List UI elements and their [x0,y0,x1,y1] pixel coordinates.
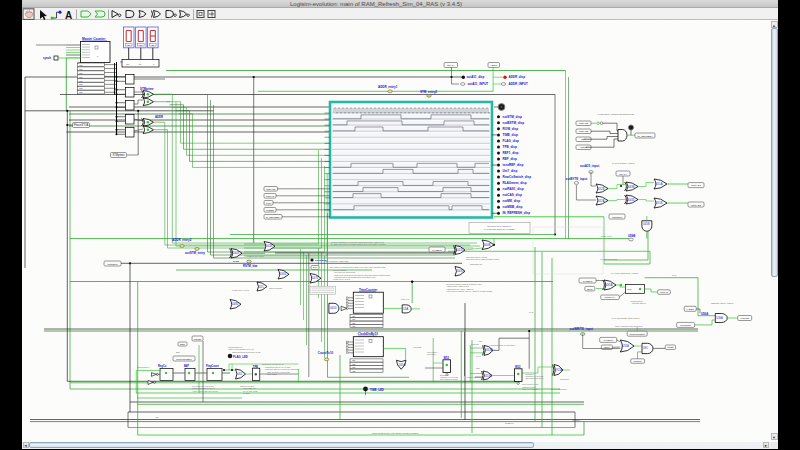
svg-text:outRSTM: outRSTM [107,263,117,266]
svg-text:D450: D450 [280,272,287,276]
svg-text:notSTM_disp: notSTM_disp [503,115,523,119]
svg-text:outA14: outA14 [619,173,627,176]
svg-text:notME_disp: notME_disp [503,199,521,203]
svg-text:outRAS2: outRAS2 [691,204,701,207]
svg-text:outRMP: outRMP [633,360,642,362]
svg-text:IN_REFRESH_disp: IN_REFRESH_disp [503,211,531,215]
svg-text:ADDR_entry2: ADDR_entry2 [172,238,192,242]
svg-text:U51A: U51A [622,344,629,348]
svg-text:PhaseV1A: PhaseV1A [605,296,616,298]
svg-text:Which happens prior before TIM: Which happens prior before TIME [232,351,261,353]
svg-text:U43D: U43D [628,198,635,202]
svg-text:RSTM holds off RCV until rando: RSTM holds off RCV until random access i… [372,432,418,434]
svg-text:U52: U52 [238,372,243,376]
svg-text:FLAG_LED: FLAG_LED [233,355,248,359]
svg-text:Cntr: Cntr [627,288,632,291]
svg-text:CAS: CAS [672,274,677,276]
svg-text:until RSTM: until RSTM [427,353,436,355]
svg-text:U41Bout: U41Bout [432,249,442,252]
svg-text:U43C: U43C [457,248,464,252]
svg-text:outBYTE_input: outBYTE_input [566,177,588,181]
svg-text:STMprime: STMprime [113,153,126,157]
svg-text:U51A: U51A [656,182,663,186]
svg-text:PhaseSTOA: PhaseSTOA [74,123,89,127]
svg-text:ADDR_INPUT: ADDR_INPUT [509,82,529,86]
svg-text:U41Bout: U41Bout [583,280,593,283]
svg-text:outA15_input: outA15_input [580,164,599,168]
svg-text:Flag Reset (to 1) caused by: Flag Reset (to 1) caused by [487,225,512,227]
svg-text:U45A: U45A [606,283,613,287]
svg-text:LK7 Out of Refresh: LK7 Out of Refresh [600,258,617,260]
svg-text:High to Low transition of FLAG: High to Low transition of FLAG [228,348,254,350]
svg-text:U45B: U45B [643,222,650,226]
svg-text:TIME_disp: TIME_disp [503,133,519,137]
svg-text:CAS and NOT going up or outSEB: CAS and NOT going up or outSEB [484,228,515,230]
svg-text:Time or 0: Time or 0 [401,298,410,300]
svg-text:REF1_disp: REF1_disp [503,151,519,155]
svg-text:U53B: U53B [485,374,492,378]
svg-text:dsp: dsp [151,44,154,46]
svg-text:D51: D51 [259,285,264,289]
svg-text:RST (Clears by ADDR high): RST (Clears by ADDR high) [325,260,349,262]
svg-text:RST to low/ring: RST to low/ring [269,287,282,289]
svg-text:U51B: U51B [656,201,663,205]
svg-text:B3M: B3M [176,351,180,353]
svg-text:B3M: B3M [180,343,185,345]
svg-text:ADDR: ADDR [155,115,163,119]
svg-text:STM_entry2: STM_entry2 [420,90,437,94]
svg-text:outSETW: outSETW [505,422,514,424]
svg-text:COUNTING to: COUNTING to [137,366,149,368]
svg-text:RLAGmem_disp: RLAGmem_disp [503,181,527,185]
svg-text:U56A: U56A [716,316,723,320]
svg-text:RAM R/W BUSY LOGIC: RAM R/W BUSY LOGIC [612,162,635,164]
svg-text:dsp: dsp [139,44,142,46]
svg-text:U53A: U53A [486,348,493,352]
svg-text:synch: synch [43,56,51,60]
svg-text:TIME and notRAS (not ROW: TIME and notRAS (not ROW [490,344,516,346]
svg-text:hedged delay: hedged delay [631,300,643,302]
svg-text:after waiting for RSTM: after waiting for RSTM [526,377,544,379]
svg-text:in COL at FLAG low: in COL at FLAG low [333,278,350,280]
svg-text:U5A: U5A [403,307,408,311]
svg-text:U59B: U59B [628,234,635,238]
svg-text:ADDR_disp: ADDR_disp [509,75,526,79]
svg-text:D438: D438 [266,244,273,248]
svg-text:outSTM_entry: outSTM_entry [185,251,205,255]
svg-text:in D51 or FLAG low: in D51 or FLAG low [247,255,264,257]
svg-text:ADDR_entry1: ADDR_entry1 [378,85,398,89]
svg-text:RAM WRITE ENABLE LOGIC: RAM WRITE ENABLE LOGIC [612,317,640,319]
svg-text:U56A: U56A [701,312,708,316]
svg-text:ROW_disp: ROW_disp [503,127,519,131]
svg-text:(latch cycle complete): (latch cycle complete) [522,388,540,390]
svg-text:MEMORY BUSY LOGIC: MEMORY BUSY LOGIC [711,302,734,304]
svg-text:outRAS2: outRAS2 [579,122,589,124]
svg-text:after waiting for RSTM: after waiting for RSTM [440,378,458,380]
svg-text:BIT causes: a refresh at next: BIT causes: a refresh at next STM cycle.… [330,266,385,268]
svg-text:U52A: U52A [598,199,605,203]
svg-text:BGM: BGM [604,346,609,348]
svg-text:COUNTdef inc: COUNTdef inc [470,263,482,265]
svg-text:CountTo10: CountTo10 [318,351,334,355]
svg-text:TIME_LED: TIME_LED [370,388,384,392]
svg-text:U43B: U43B [628,185,635,189]
svg-text:innoREF_disp: innoREF_disp [503,163,524,167]
svg-text:notRAS1_disp: notRAS1_disp [503,187,524,191]
svg-text:outA11_disp: outA11_disp [467,75,485,79]
svg-text:outBE: outBE [667,346,674,348]
svg-text:outRAS1: outRAS1 [691,184,701,187]
svg-text:4 RCV refresh after gen period: 4 RCV refresh after gen period [192,390,218,392]
svg-text:outM: outM [266,202,271,204]
svg-text:s: s [97,55,98,57]
svg-text:B4P: B4P [184,364,189,368]
svg-text:outSEB: outSEB [266,209,274,211]
svg-text:V15A: V15A [556,368,563,372]
svg-text:Master Counter: Master Counter [82,37,106,41]
svg-text:U9C: U9C [643,346,648,350]
svg-text:outA11_INPUT: outA11_INPUT [468,82,489,86]
svg-text:D480: D480 [232,302,239,306]
svg-text:-CN-: -CN- [155,416,159,418]
svg-text:RMP: Refresh Write Protection: RMP: Refresh Write Protection [615,325,642,327]
svg-text:emulate gate M: emulate gate M [632,302,646,304]
svg-text:outSETW: outSETW [572,419,580,421]
svg-text:ClockDivBy10: ClockDivBy10 [358,332,378,336]
